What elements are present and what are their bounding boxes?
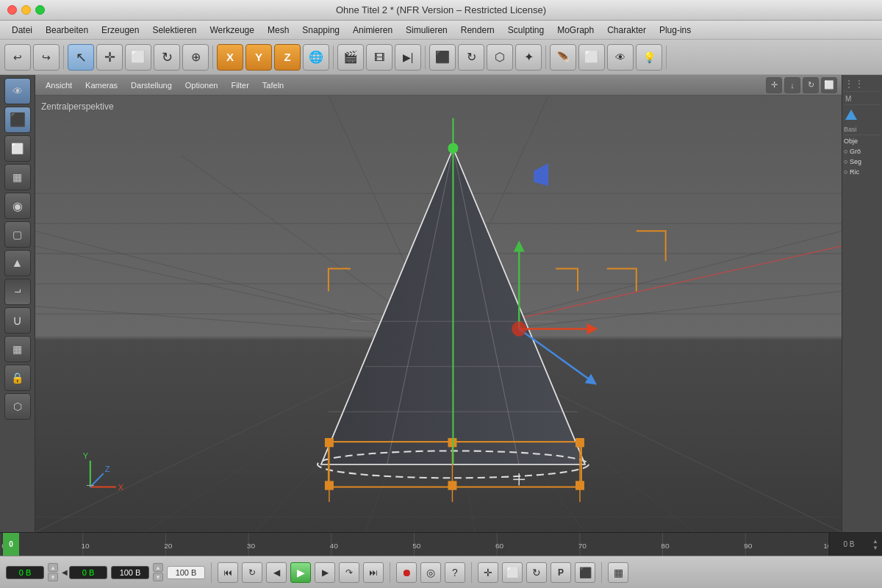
menu-simulieren[interactable]: Simulieren: [400, 24, 453, 37]
stop-button[interactable]: ↻: [242, 562, 262, 583]
close-button[interactable]: [7, 5, 17, 15]
sidebar-curve-btn[interactable]: ∪: [4, 307, 31, 334]
timeline-toggle-button[interactable]: ▦: [608, 562, 628, 583]
timeline-current-frame[interactable]: 0: [3, 533, 19, 556]
redo-button[interactable]: ↪: [33, 44, 60, 71]
current-frame-input[interactable]: [6, 566, 44, 579]
svg-text:70: 70: [578, 542, 587, 550]
sidebar-floor-btn[interactable]: ⌐: [4, 279, 31, 305]
menu-bearbeiten[interactable]: Bearbeiten: [40, 24, 94, 37]
feather-button[interactable]: 🪶: [550, 44, 576, 71]
render-active-button[interactable]: 🎞: [366, 44, 392, 71]
view-expand-icon[interactable]: ⬜: [821, 77, 837, 93]
help-button[interactable]: ?: [445, 562, 465, 583]
menu-werkzeuge[interactable]: Werkzeuge: [204, 24, 259, 37]
menu-mograph[interactable]: MoGraph: [551, 24, 600, 37]
play-button[interactable]: ▶: [290, 562, 311, 583]
eye-button[interactable]: 👁: [607, 44, 634, 71]
viewport-obj-button[interactable]: ⬡: [487, 44, 513, 71]
light-button[interactable]: 💡: [636, 44, 662, 71]
snap-scale-button[interactable]: ⬜: [502, 562, 523, 583]
view-refresh-icon[interactable]: ↻: [803, 77, 819, 93]
transform-tool-button[interactable]: ⊕: [182, 44, 209, 71]
sculpt-select-button[interactable]: ✦: [515, 44, 542, 71]
sidebar-sphere-btn[interactable]: ◉: [4, 193, 31, 219]
sidebar-camera-btn[interactable]: 👁: [4, 78, 31, 104]
view-tafeln[interactable]: Tafeln: [257, 79, 290, 91]
menu-mesh[interactable]: Mesh: [262, 24, 295, 37]
scale-tool-button[interactable]: ⬜: [125, 44, 151, 71]
menu-plugins[interactable]: Plug-ins: [653, 24, 697, 37]
render-button[interactable]: ▶|: [395, 44, 421, 71]
undo-button[interactable]: ↩: [4, 44, 31, 71]
viewport-cube-button[interactable]: ⬛: [429, 44, 456, 71]
menu-rendern[interactable]: Rendern: [455, 24, 501, 37]
snap-grid-button[interactable]: ⬛: [575, 562, 595, 583]
go-end-button2[interactable]: ⏭: [363, 562, 384, 583]
timeline-track[interactable]: 0 10 20 30 40 50 60 70 80 90 100: [0, 533, 828, 556]
world-coord-button[interactable]: 🌐: [303, 44, 329, 71]
end-spinner[interactable]: ▲ ▼: [153, 563, 163, 581]
view-darstellung[interactable]: Darstellung: [125, 79, 178, 91]
move-tool-button[interactable]: ✛: [96, 44, 123, 71]
menu-charakter[interactable]: Charakter: [601, 24, 652, 37]
record-button[interactable]: ⏺: [396, 562, 417, 583]
sidebar-grid2-btn[interactable]: ▦: [4, 336, 31, 362]
sidebar-cone-btn[interactable]: ▲: [4, 250, 31, 276]
timeline-scroll[interactable]: ▲ ▼: [869, 533, 882, 556]
go-end-button[interactable]: ↷: [339, 562, 359, 583]
svg-text:10: 10: [81, 542, 89, 550]
z-axis-button[interactable]: Z: [274, 44, 301, 71]
traffic-lights: [7, 5, 45, 15]
rotate-tool-button[interactable]: ↻: [154, 44, 180, 71]
fps-input[interactable]: [167, 566, 205, 579]
view-move-icon[interactable]: ✛: [766, 77, 782, 93]
start-frame-input[interactable]: [69, 566, 107, 579]
keyframe-button[interactable]: ◎: [420, 562, 441, 583]
right-panel-dots: ⋮⋮: [844, 78, 881, 92]
svg-text:Y: Y: [83, 451, 89, 460]
sidebar-cube-btn[interactable]: ⬛: [4, 107, 31, 133]
separator-2: [212, 46, 213, 69]
separator-transport-4: [601, 562, 602, 583]
frame-spinner[interactable]: ▲ ▼: [48, 563, 58, 581]
end-frame-input[interactable]: [111, 566, 149, 579]
prev-frame-button[interactable]: ◀: [266, 562, 287, 583]
right-panel-arrow: [844, 107, 881, 124]
menu-animieren[interactable]: Animieren: [347, 24, 398, 37]
sidebar-box-btn[interactable]: ▢: [4, 221, 31, 248]
menu-snapping[interactable]: Snapping: [296, 24, 345, 37]
view-down-icon[interactable]: ↓: [784, 77, 800, 93]
x-axis-button[interactable]: X: [217, 44, 243, 71]
go-start-button[interactable]: ⏮: [218, 562, 238, 583]
menu-selektieren[interactable]: Selektieren: [146, 24, 202, 37]
select-tool-button[interactable]: ↖: [68, 44, 94, 71]
menu-sculpting[interactable]: Sculpting: [502, 24, 550, 37]
timeline[interactable]: 0 0 10 20 30 40: [0, 532, 882, 556]
sidebar-lock-btn[interactable]: 🔒: [4, 365, 31, 391]
viewport-rotate-button[interactable]: ↻: [458, 44, 484, 71]
snap-p-button[interactable]: P: [551, 562, 571, 583]
sidebar-gear-btn[interactable]: ⬡: [4, 393, 31, 420]
viewport[interactable]: Ansicht Kameras Darstellung Optionen Fil…: [35, 75, 842, 532]
menu-erzeugen[interactable]: Erzeugen: [96, 24, 145, 37]
snap-rotate-button[interactable]: ↻: [526, 562, 547, 583]
maximize-button[interactable]: [35, 5, 45, 15]
next-frame-button[interactable]: ▶: [315, 562, 335, 583]
sidebar-grid-btn[interactable]: ▦: [4, 164, 31, 190]
minimize-button[interactable]: [21, 5, 31, 15]
snap-move-button[interactable]: ✛: [478, 562, 498, 583]
y-axis-button[interactable]: Y: [245, 44, 272, 71]
scene-svg: Y X Z: [35, 96, 842, 532]
view-ansicht[interactable]: Ansicht: [40, 79, 78, 91]
menu-datei[interactable]: Datei: [6, 24, 38, 37]
toolbar: ↩ ↪ ↖ ✛ ⬜ ↻ ⊕ X Y Z 🌐 🎬 🎞 ▶| ⬛ ↻ ⬡ ✦ 🪶 ⬜…: [0, 40, 882, 75]
sidebar-checker-btn[interactable]: ⬜: [4, 135, 31, 162]
svg-text:60: 60: [495, 542, 503, 550]
render-region-button[interactable]: 🎬: [337, 44, 364, 71]
cloth-button[interactable]: ⬜: [578, 44, 605, 71]
view-filter[interactable]: Filter: [225, 79, 254, 91]
view-optionen[interactable]: Optionen: [179, 79, 224, 91]
view-kameras[interactable]: Kameras: [79, 79, 123, 91]
right-panel-m[interactable]: M: [844, 93, 881, 105]
